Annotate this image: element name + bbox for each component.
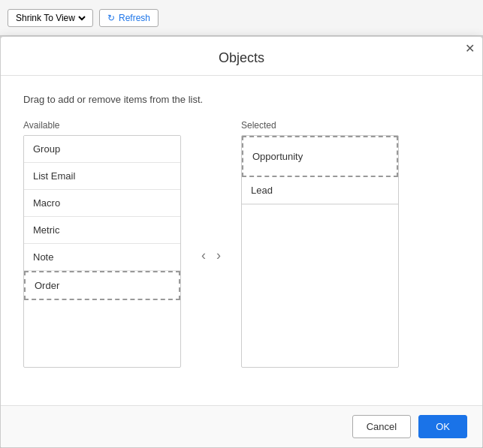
cancel-button[interactable]: Cancel [352, 415, 411, 438]
list-item[interactable]: Metric [24, 217, 180, 244]
ok-button[interactable]: OK [418, 415, 467, 438]
columns-container: Available Group List Email Macro Metric … [23, 120, 460, 368]
refresh-button[interactable]: ↻ Refresh [99, 9, 158, 27]
available-column: Available Group List Email Macro Metric … [23, 120, 181, 368]
drag-hint: Drag to add or remove items from the lis… [23, 94, 460, 105]
modal-overlay: ✕ Objects Drag to add or remove items fr… [0, 36, 483, 448]
selected-item-opportunity[interactable]: Opportunity [242, 136, 398, 177]
shrink-select-wrapper[interactable]: Shrink To View [8, 9, 93, 27]
modal-title: Objects [1, 37, 482, 76]
toolbar: Shrink To View ↻ Refresh [0, 0, 483, 36]
available-label: Available [23, 120, 181, 131]
refresh-icon: ↻ [107, 13, 115, 23]
modal-footer: Cancel OK [1, 405, 482, 447]
selected-column: Selected Opportunity Lead [241, 120, 399, 368]
objects-modal: ✕ Objects Drag to add or remove items fr… [0, 36, 483, 448]
shrink-select[interactable]: Shrink To View [13, 12, 88, 24]
close-button[interactable]: ✕ [465, 43, 475, 55]
selected-item-lead[interactable]: Lead [242, 177, 398, 204]
move-left-button[interactable]: ‹ [198, 245, 209, 265]
refresh-label: Refresh [119, 13, 150, 23]
list-item-order[interactable]: Order [24, 271, 180, 300]
selected-list: Opportunity Lead [241, 135, 399, 368]
selected-empty-area [242, 204, 398, 332]
list-item[interactable]: Note [24, 244, 180, 271]
selected-label: Selected [241, 120, 399, 131]
modal-body: Drag to add or remove items from the lis… [1, 76, 482, 405]
list-item[interactable]: List Email [24, 163, 180, 190]
transfer-arrows: ‹ › [181, 245, 241, 265]
list-item[interactable]: Group [24, 136, 180, 163]
list-item[interactable]: Macro [24, 190, 180, 217]
move-right-button[interactable]: › [213, 245, 224, 265]
available-list: Group List Email Macro Metric Note Order [23, 135, 181, 368]
